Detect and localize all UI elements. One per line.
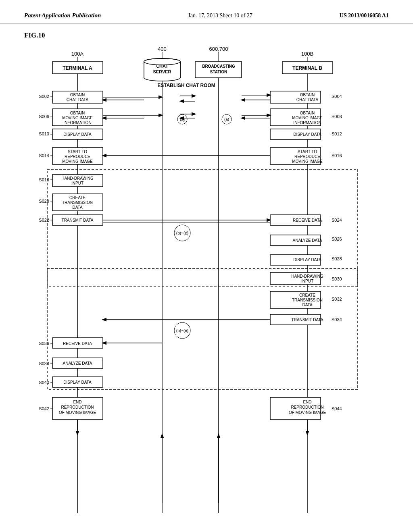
page-header: Patent Application Publication Jan. 17, … bbox=[0, 0, 413, 23]
s004-text1: OBTAIN bbox=[300, 93, 315, 97]
s038-label: S038 bbox=[39, 361, 49, 366]
s020-text3: DATA bbox=[72, 205, 83, 210]
chat-server-label-line1: CHAT bbox=[156, 64, 168, 69]
date-sheet-label: Jan. 17, 2013 Sheet 10 of 27 bbox=[188, 12, 252, 19]
s002-label: S002 bbox=[39, 94, 49, 99]
establish-label: ESTABLISH CHAT ROOM bbox=[157, 83, 215, 88]
s008-label: S008 bbox=[332, 114, 342, 119]
s014-text1: START TO bbox=[68, 150, 87, 154]
s024-text: RECEIVE DATA bbox=[293, 218, 322, 222]
s010-text: DISPLAY DATA bbox=[63, 132, 92, 137]
s032-label: S032 bbox=[332, 297, 342, 301]
s022-text: TRANSMIT DATA bbox=[62, 218, 94, 222]
s032-text3: DATA bbox=[302, 303, 313, 307]
s016-text3: MOVING IMAGE bbox=[292, 159, 323, 164]
s042-text3: OF MOVING IMAGE bbox=[59, 410, 96, 415]
s036-text: RECEIVE DATA bbox=[63, 341, 92, 346]
broadcasting-ref: 600,700 bbox=[209, 46, 228, 52]
s030-label: S030 bbox=[332, 276, 342, 281]
s012-text: DISPLAY DATA bbox=[293, 132, 321, 137]
s038-text: ANALYZE DATA bbox=[63, 361, 92, 366]
flow-diagram: 100A TERMINAL A 400 CHAT SERVER 600,700 bbox=[25, 44, 396, 527]
page: Patent Application Publication Jan. 17, … bbox=[0, 0, 413, 532]
chat-server-label-line2: SERVER bbox=[153, 69, 171, 74]
publication-label: Patent Application Publication bbox=[24, 12, 101, 19]
s040-label: S040 bbox=[39, 380, 49, 385]
s016-text1: START TO bbox=[298, 150, 317, 154]
terminal-b-ref: 100B bbox=[301, 51, 313, 57]
svg-rect-58 bbox=[47, 268, 358, 389]
s026-text: ANALYZE DATA bbox=[293, 238, 322, 243]
s044-text3: OF MOVING IMAGE bbox=[289, 410, 326, 415]
broadcasting-label-line2: STATION bbox=[210, 70, 227, 74]
s032-text2: TRANSMISSION bbox=[292, 298, 323, 302]
s018-text2: INPUT bbox=[71, 181, 83, 185]
s040-text: DISPLAY DATA bbox=[63, 380, 92, 384]
s010-label: S010 bbox=[39, 131, 49, 136]
s026-label: S026 bbox=[332, 237, 342, 241]
s042-label: S042 bbox=[39, 406, 49, 411]
s008-text3: INFORMATION bbox=[293, 121, 321, 125]
terminal-a-label: TERMINAL A bbox=[63, 65, 92, 71]
a-label-right: (a) bbox=[224, 117, 229, 122]
s014-label: S014 bbox=[39, 153, 49, 158]
s030-text1: HAND-DRAWING bbox=[291, 274, 323, 278]
be-label-1: (b)~(e) bbox=[176, 231, 188, 235]
s008-text1: OBTAIN bbox=[300, 111, 315, 115]
s020-label: S020 bbox=[39, 199, 49, 204]
s014-text3: MOVING IMAGE bbox=[62, 159, 93, 164]
s006-text3: INFORMATION bbox=[63, 121, 91, 125]
s018-label: S018 bbox=[39, 177, 49, 182]
s020-text1: CREATE bbox=[69, 195, 86, 200]
patent-number-label: US 2013/0016058 A1 bbox=[340, 12, 389, 19]
s004-label: S004 bbox=[332, 94, 342, 99]
diagram-area: FIG.10 100A TERMINAL A 400 CHAT SERVER bbox=[0, 23, 413, 532]
s034-text: TRANSMIT DATA bbox=[292, 318, 323, 322]
s006-text2: MOVING IMAGE bbox=[62, 116, 93, 120]
s022-label: S022 bbox=[39, 218, 49, 222]
s020-text2: TRANSMISSION bbox=[62, 200, 93, 205]
s044-text1: END bbox=[303, 400, 311, 404]
s042-text1: END bbox=[73, 400, 81, 404]
s014-text2: REPRODUCE bbox=[65, 154, 90, 159]
s044-label: S044 bbox=[332, 406, 342, 411]
s028-label: S028 bbox=[332, 256, 342, 261]
s006-label: S006 bbox=[39, 114, 49, 119]
fig-label: FIG.10 bbox=[24, 31, 397, 39]
s016-text2: REPRODUCE bbox=[294, 154, 320, 159]
s002-text1: OBTAIN bbox=[70, 93, 85, 97]
s016-label: S016 bbox=[332, 153, 342, 158]
s024-label: S024 bbox=[332, 218, 342, 222]
broadcasting-label-line1: BROADCASTING bbox=[202, 64, 235, 69]
be-label-2: (b)~(e) bbox=[176, 328, 188, 333]
s032-text1: CREATE bbox=[299, 293, 315, 297]
terminal-a-ref: 100A bbox=[71, 51, 84, 57]
s034-label: S034 bbox=[332, 317, 342, 322]
s042-text2: REPRODUCTION bbox=[61, 405, 94, 409]
terminal-b-label: TERMINAL B bbox=[292, 65, 322, 71]
s036-label: S036 bbox=[39, 341, 49, 346]
s006-text1: OBTAIN bbox=[70, 111, 85, 115]
chat-server-ref: 400 bbox=[158, 46, 167, 52]
s044-text2: REPRODUCTION bbox=[291, 405, 323, 409]
s028-text: DISPLAY DATA bbox=[293, 258, 321, 262]
s008-text2: MOVING IMAGE bbox=[292, 116, 323, 120]
s018-text1: HAND-DRAWING bbox=[61, 176, 94, 181]
s002-text2: CHAT DATA bbox=[67, 98, 89, 102]
s004-text2: CHAT DATA bbox=[296, 98, 319, 102]
s030-text2: INPUT bbox=[301, 279, 313, 283]
s012-label: S012 bbox=[332, 131, 342, 136]
